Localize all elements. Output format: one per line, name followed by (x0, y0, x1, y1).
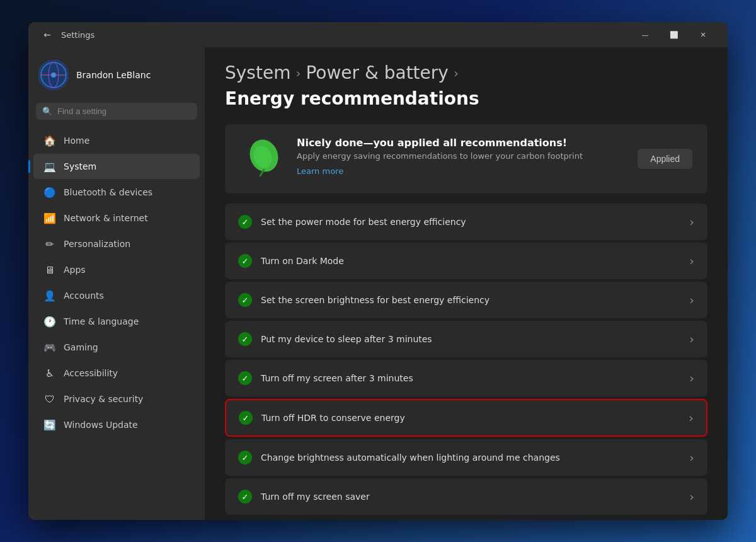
minimize-button[interactable]: — (631, 25, 660, 45)
search-icon: 🔍 (42, 107, 52, 116)
breadcrumb-current: Energy recommendations (225, 88, 479, 109)
sidebar-item-label-bluetooth: Bluetooth & devices (64, 187, 152, 197)
settings-window: ← Settings — ⬜ ✕ Brandon LeBlan (28, 22, 728, 520)
apps-icon: 🖥 (43, 263, 56, 276)
network-icon: 📶 (43, 212, 56, 224)
check-icon: ✓ (239, 411, 253, 425)
sidebar-item-accessibility[interactable]: ♿Accessibility (33, 360, 200, 386)
sidebar-item-personalization[interactable]: ✏️Personalization (33, 231, 200, 257)
learn-more-link[interactable]: Learn more (297, 166, 343, 176)
check-icon: ✓ (238, 490, 252, 504)
update-icon: 🔄 (43, 418, 56, 431)
rec-item-sleep[interactable]: ✓Put my device to sleep after 3 minutes› (225, 321, 707, 357)
rec-label-power-mode: Set the power mode for best energy effic… (261, 217, 680, 227)
chevron-right-icon: › (689, 410, 694, 425)
gaming-icon: 🎮 (43, 341, 56, 354)
chevron-right-icon: › (689, 214, 694, 229)
rec-item-screensaver[interactable]: ✓Turn off my screen saver› (225, 478, 707, 515)
check-icon: ✓ (238, 371, 252, 385)
rec-label-dark-mode: Turn on Dark Mode (261, 256, 680, 266)
titlebar-back-button[interactable]: ← (38, 26, 56, 43)
privacy-icon: 🛡 (43, 393, 56, 405)
sidebar-item-label-system: System (64, 161, 96, 171)
rec-item-brightness[interactable]: ✓Set the screen brightness for best ener… (225, 282, 707, 318)
user-name: Brandon LeBlanc (76, 70, 151, 80)
chevron-right-icon: › (689, 450, 694, 465)
titlebar: ← Settings — ⬜ ✕ (28, 22, 728, 47)
sidebar-item-bluetooth[interactable]: 🔵Bluetooth & devices (33, 180, 200, 205)
rec-item-dark-mode[interactable]: ✓Turn on Dark Mode› (225, 243, 707, 279)
personalization-icon: ✏️ (43, 238, 56, 250)
home-icon: 🏠 (43, 134, 56, 147)
hero-title: Nicely done—you applied all recommendati… (297, 137, 625, 149)
breadcrumb-sep-1: › (295, 66, 301, 81)
check-icon: ✓ (238, 293, 252, 307)
sidebar-item-network[interactable]: 📶Network & internet (33, 205, 200, 231)
chevron-right-icon: › (689, 253, 694, 268)
rec-label-brightness-auto: Change brightness automatically when lig… (261, 453, 680, 463)
rec-item-power-mode[interactable]: ✓Set the power mode for best energy effi… (225, 204, 707, 240)
check-icon: ✓ (238, 332, 252, 346)
sidebar-item-label-privacy: Privacy & security (64, 394, 143, 404)
sidebar-item-label-home: Home (64, 136, 89, 146)
chevron-right-icon: › (689, 489, 694, 504)
search-input[interactable] (57, 107, 191, 116)
rec-label-brightness: Set the screen brightness for best energ… (261, 295, 680, 305)
sidebar-item-label-accessibility: Accessibility (64, 368, 118, 378)
rec-label-sleep: Put my device to sleep after 3 minutes (261, 334, 680, 344)
recommendations-list: ✓Set the power mode for best energy effi… (225, 204, 707, 515)
time-icon: 🕐 (43, 315, 56, 328)
sidebar-item-apps[interactable]: 🖥Apps (33, 257, 200, 282)
rec-label-screensaver: Turn off my screen saver (261, 492, 680, 502)
chevron-right-icon: › (689, 371, 694, 386)
rec-item-brightness-auto[interactable]: ✓Change brightness automatically when li… (225, 439, 707, 476)
sidebar-item-label-personalization: Personalization (64, 239, 130, 249)
close-button[interactable]: ✕ (689, 25, 718, 45)
sidebar-item-home[interactable]: 🏠Home (33, 128, 200, 153)
accessibility-icon: ♿ (43, 367, 56, 379)
rec-label-hdr: Turn off HDR to conserve energy (261, 413, 680, 423)
main-content: Brandon LeBlanc 🔍 🏠Home💻System🔵Bluetooth… (28, 47, 728, 520)
titlebar-controls: — ⬜ ✕ (631, 25, 718, 45)
sidebar-item-update[interactable]: 🔄Windows Update (33, 412, 200, 437)
breadcrumb-power[interactable]: Power & battery (306, 62, 449, 83)
accounts-icon: 👤 (43, 289, 56, 302)
rec-item-hdr[interactable]: ✓Turn off HDR to conserve energy› (225, 399, 707, 437)
rec-item-screen-off[interactable]: ✓Turn off my screen after 3 minutes› (225, 360, 707, 396)
system-icon: 💻 (43, 160, 56, 173)
hero-text: Nicely done—you applied all recommendati… (297, 137, 625, 176)
main-panel: System › Power & battery › Energy recomm… (205, 47, 728, 520)
titlebar-title: Settings (61, 30, 631, 40)
leaf-icon (240, 137, 284, 181)
breadcrumb-sep-2: › (454, 66, 459, 81)
sidebar-item-label-apps: Apps (64, 265, 86, 275)
sidebar-item-gaming[interactable]: 🎮Gaming (33, 335, 200, 360)
check-icon: ✓ (238, 215, 252, 229)
chevron-right-icon: › (689, 292, 694, 308)
sidebar-item-label-gaming: Gaming (64, 342, 98, 352)
maximize-button[interactable]: ⬜ (660, 25, 689, 45)
sidebar-item-label-update: Windows Update (64, 420, 138, 430)
sidebar-item-label-accounts: Accounts (64, 291, 104, 301)
sidebar-item-time[interactable]: 🕐Time & language (33, 309, 200, 334)
bluetooth-icon: 🔵 (43, 186, 56, 199)
applied-button[interactable]: Applied (638, 149, 692, 169)
sidebar: Brandon LeBlanc 🔍 🏠Home💻System🔵Bluetooth… (28, 47, 205, 520)
chevron-right-icon: › (689, 332, 694, 347)
hero-section: Nicely done—you applied all recommendati… (225, 124, 707, 193)
sidebar-item-privacy[interactable]: 🛡Privacy & security (33, 386, 200, 412)
user-section: Brandon LeBlanc (28, 55, 205, 100)
rec-label-screen-off: Turn off my screen after 3 minutes (261, 373, 680, 383)
breadcrumb: System › Power & battery › Energy recomm… (225, 62, 707, 109)
nav-list: 🏠Home💻System🔵Bluetooth & devices📶Network… (28, 127, 205, 438)
sidebar-item-label-time: Time & language (64, 316, 139, 326)
search-box[interactable]: 🔍 (36, 103, 197, 120)
avatar (38, 60, 69, 90)
check-icon: ✓ (238, 451, 252, 464)
sidebar-item-accounts[interactable]: 👤Accounts (33, 283, 200, 308)
sidebar-item-label-network: Network & internet (64, 213, 148, 223)
hero-subtitle: Apply energy saving recommendations to l… (297, 151, 625, 161)
breadcrumb-system[interactable]: System (225, 62, 290, 83)
svg-point-4 (51, 72, 56, 78)
sidebar-item-system[interactable]: 💻System (33, 154, 200, 179)
